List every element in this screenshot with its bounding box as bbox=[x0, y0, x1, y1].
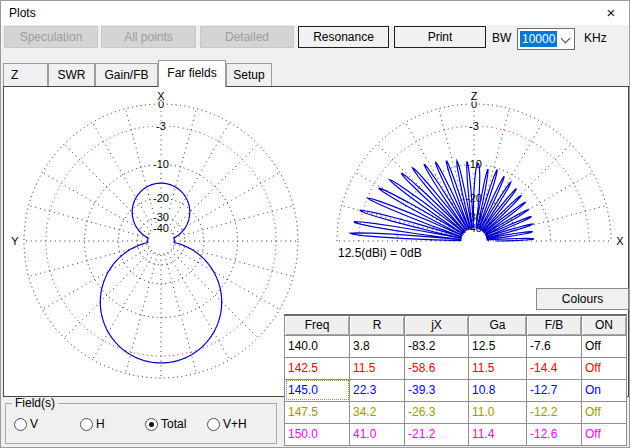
resonance-button[interactable]: Resonance bbox=[298, 26, 389, 48]
table-header-cell[interactable]: R bbox=[350, 315, 405, 335]
table-cell[interactable]: 11.5 bbox=[350, 357, 405, 379]
fields-group-label: Field(s) bbox=[12, 396, 58, 410]
table-row: 145.022.3-39.310.8-12.7On bbox=[285, 379, 627, 401]
table-header-cell[interactable]: Ga bbox=[469, 315, 527, 335]
table-header-cell[interactable]: jX bbox=[405, 315, 469, 335]
table-header-cell[interactable]: F/B bbox=[527, 315, 582, 335]
axis-top-label: Z bbox=[471, 90, 478, 102]
table-row: 140.03.8-83.212.5-7.6Off bbox=[285, 335, 627, 357]
table-cell[interactable]: 11.5 bbox=[469, 357, 527, 379]
ring-db-label: -10 bbox=[153, 158, 169, 170]
frequency-table: FreqRjXGaF/BON 140.03.8-83.212.5-7.6Off1… bbox=[284, 314, 627, 446]
table-cell[interactable]: 142.5 bbox=[285, 357, 350, 379]
radio-circle-icon[interactable] bbox=[14, 418, 27, 431]
table-cell[interactable]: -12.6 bbox=[527, 423, 582, 445]
radio-label: V bbox=[30, 417, 38, 431]
khz-label: KHz bbox=[584, 31, 607, 45]
colours-button[interactable]: Colours bbox=[536, 288, 629, 310]
table-cell[interactable]: 10.8 bbox=[469, 379, 527, 401]
radio-circle-icon[interactable] bbox=[80, 418, 93, 431]
table-cell[interactable]: Off bbox=[582, 357, 627, 379]
speculation-button[interactable]: Speculation bbox=[4, 26, 98, 48]
radio-v-plus-h[interactable]: V+H bbox=[207, 417, 247, 431]
table-row: 150.041.0-21.211.4-12.6Off bbox=[285, 423, 627, 445]
table-cell[interactable]: -14.4 bbox=[527, 357, 582, 379]
ring-db-label: -20 bbox=[153, 192, 169, 204]
radio-label: Total bbox=[161, 417, 186, 431]
window-title: Plots bbox=[9, 6, 36, 20]
tab-z[interactable]: Z bbox=[3, 63, 48, 86]
radio-label: V+H bbox=[223, 417, 247, 431]
title-bar: Plots × bbox=[1, 1, 629, 25]
table-cell[interactable]: 3.8 bbox=[350, 335, 405, 357]
table-cell[interactable]: -26.3 bbox=[405, 401, 469, 423]
table-cell[interactable]: 11.4 bbox=[469, 423, 527, 445]
tab-setup[interactable]: Setup bbox=[226, 63, 272, 86]
table-cell[interactable]: 12.5 bbox=[469, 335, 527, 357]
radio-total[interactable]: Total bbox=[145, 417, 186, 431]
fields-groupbox: Field(s) VHTotalV+H bbox=[5, 403, 277, 444]
table-cell[interactable]: Off bbox=[582, 335, 627, 357]
close-icon[interactable]: × bbox=[602, 4, 620, 22]
plots-window: Plots × Speculation All points Detailed … bbox=[0, 0, 630, 448]
tab-far-fields[interactable]: Far fields bbox=[158, 60, 226, 87]
table-header-cell[interactable]: Freq bbox=[285, 315, 350, 335]
detailed-button[interactable]: Detailed bbox=[200, 26, 294, 48]
radio-v[interactable]: V bbox=[14, 417, 38, 431]
radio-h[interactable]: H bbox=[80, 417, 105, 431]
table-cell[interactable]: -83.2 bbox=[405, 335, 469, 357]
table-cell[interactable]: 147.5 bbox=[285, 401, 350, 423]
print-button[interactable]: Print bbox=[394, 26, 486, 48]
table-cell[interactable]: -58.6 bbox=[405, 357, 469, 379]
ring-db-label: -40 bbox=[153, 222, 169, 234]
tab-swr[interactable]: SWR bbox=[48, 63, 95, 86]
chevron-down-icon[interactable] bbox=[561, 34, 571, 44]
table-header-cell[interactable]: ON bbox=[582, 315, 627, 335]
bw-combobox[interactable]: 10000 bbox=[517, 28, 575, 50]
table-row: 142.511.5-58.611.5-14.4Off bbox=[285, 357, 627, 379]
gain-reference-annotation: 12.5(dBi) = 0dB bbox=[338, 246, 422, 260]
table-cell[interactable]: -7.6 bbox=[527, 335, 582, 357]
axis-top-label: X bbox=[157, 90, 165, 102]
radio-label: H bbox=[96, 417, 105, 431]
axis-side-label: X bbox=[616, 235, 624, 247]
axis-side-label: Y bbox=[11, 235, 19, 247]
table-cell[interactable]: -21.2 bbox=[405, 423, 469, 445]
table-cell[interactable]: 22.3 bbox=[350, 379, 405, 401]
table-cell[interactable]: -39.3 bbox=[405, 379, 469, 401]
table-cell[interactable]: 150.0 bbox=[285, 423, 350, 445]
ring-db-label: -3 bbox=[156, 120, 166, 132]
azimuth-pattern-curve bbox=[100, 183, 221, 363]
bw-label: BW bbox=[492, 31, 511, 45]
ring-db-label: -3 bbox=[469, 120, 479, 132]
table-cell[interactable]: 34.2 bbox=[350, 401, 405, 423]
radio-circle-icon[interactable] bbox=[145, 418, 158, 431]
radio-circle-icon[interactable] bbox=[207, 418, 220, 431]
table-cell[interactable]: -12.2 bbox=[527, 401, 582, 423]
bw-value[interactable]: 10000 bbox=[520, 31, 557, 47]
table-row: 147.534.2-26.311.0-12.2Off bbox=[285, 401, 627, 423]
elevation-pattern-curve bbox=[350, 161, 534, 241]
table-cell[interactable]: -12.7 bbox=[527, 379, 582, 401]
table-header-row: FreqRjXGaF/BON bbox=[285, 315, 627, 335]
table-cell[interactable]: 11.0 bbox=[469, 401, 527, 423]
table-cell[interactable]: 41.0 bbox=[350, 423, 405, 445]
table-cell[interactable]: Off bbox=[582, 401, 627, 423]
table-cell[interactable]: On bbox=[582, 379, 627, 401]
all-points-button[interactable]: All points bbox=[101, 26, 196, 48]
table-cell[interactable]: 145.0 bbox=[285, 379, 350, 401]
tab-gain-fb[interactable]: Gain/FB bbox=[95, 63, 158, 86]
table-cell[interactable]: 140.0 bbox=[285, 335, 350, 357]
table-cell[interactable]: Off bbox=[582, 423, 627, 445]
